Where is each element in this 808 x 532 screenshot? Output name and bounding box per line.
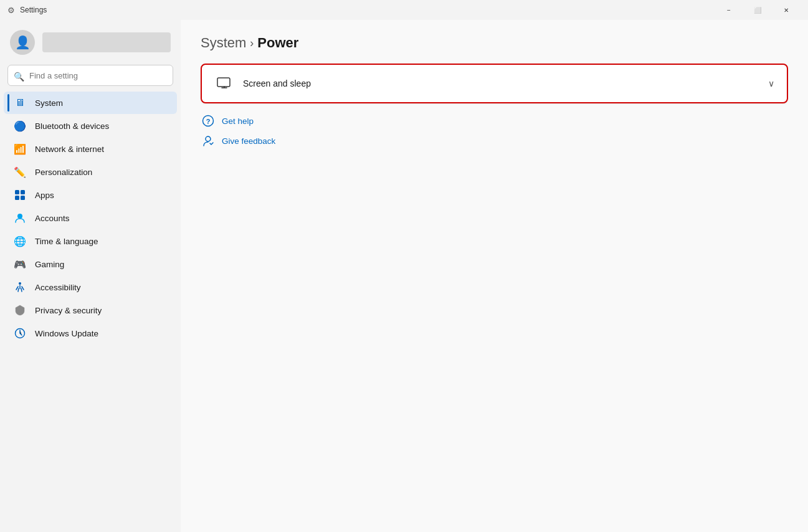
minimize-button[interactable]: − [715,0,743,20]
sidebar-item-time[interactable]: 🌐 Time & language [4,230,177,252]
update-icon [14,327,26,340]
sidebar-item-accessibility[interactable]: Accessibility [4,276,177,298]
sidebar-item-privacy[interactable]: Privacy & security [4,299,177,321]
sidebar-item-label: Apps [35,191,54,200]
personalization-icon: ✏️ [14,166,26,178]
breadcrumb-parent[interactable]: System [201,35,246,51]
sidebar-item-label: Gaming [35,260,64,269]
bluetooth-icon: 🔵 [14,120,26,132]
window-controls: − ⬜ ✕ [715,0,801,20]
breadcrumb-separator: › [250,37,254,50]
sidebar-item-label: Accounts [35,214,70,223]
svg-rect-7 [217,78,230,87]
give-feedback-icon [201,133,216,148]
get-help-label: Get help [222,116,254,126]
screen-sleep-card: Screen and sleep ∨ [201,64,788,103]
sidebar-item-system[interactable]: 🖥 System [4,92,177,114]
titlebar-title: Settings [20,6,715,14]
avatar: 👤 [10,30,35,55]
sidebar-item-label: Accessibility [35,283,81,292]
sidebar-item-accounts[interactable]: Accounts [4,207,177,229]
avatar-icon: 👤 [15,35,31,50]
svg-point-10 [206,136,211,141]
sidebar-nav: 🖥 System 🔵 Bluetooth & devices 📶 Network… [0,91,181,345]
network-icon: 📶 [14,143,26,155]
sidebar-item-label: Privacy & security [35,306,102,315]
sidebar-item-bluetooth[interactable]: 🔵 Bluetooth & devices [4,115,177,137]
svg-rect-2 [15,196,19,200]
screen-sleep-label: Screen and sleep [243,78,768,88]
time-icon: 🌐 [14,235,26,247]
give-feedback-link[interactable]: Give feedback [201,133,788,148]
search-input[interactable] [7,65,173,86]
app-container: 👤 🔍 🖥 System 🔵 Bluetooth & devices 📶 Net… [0,20,808,532]
svg-rect-3 [21,196,25,200]
svg-point-5 [19,282,21,285]
get-help-link[interactable]: ? Get help [201,113,788,128]
accessibility-icon [14,281,26,293]
sidebar-item-label: Network & internet [35,145,104,154]
settings-app-icon: ⚙ [7,6,15,15]
privacy-icon [14,304,26,316]
chevron-down-icon: ∨ [768,78,774,88]
system-icon: 🖥 [14,97,26,109]
sidebar-item-gaming[interactable]: 🎮 Gaming [4,253,177,275]
user-profile[interactable]: 👤 [0,20,181,62]
svg-point-4 [17,214,22,219]
sidebar: 👤 🔍 🖥 System 🔵 Bluetooth & devices 📶 Net… [0,20,181,532]
sidebar-item-personalization[interactable]: ✏️ Personalization [4,161,177,183]
username-box [42,32,171,52]
sidebar-item-label: Personalization [35,168,92,177]
svg-text:?: ? [206,118,211,125]
main-content: System › Power Screen and sleep ∨ [181,20,808,532]
links-section: ? Get help Give feedback [201,113,788,148]
sidebar-item-label: Windows Update [35,329,98,338]
give-feedback-label: Give feedback [222,136,275,146]
sidebar-item-network[interactable]: 📶 Network & internet [4,138,177,160]
accounts-icon [14,212,26,224]
breadcrumb-current: Power [257,35,298,51]
get-help-icon: ? [201,113,216,128]
sidebar-item-label: Time & language [35,237,98,246]
titlebar: ⚙ Settings − ⬜ ✕ [0,0,808,20]
sidebar-item-apps[interactable]: Apps [4,184,177,206]
gaming-icon: 🎮 [14,258,26,270]
search-container: 🔍 [0,62,181,91]
screen-sleep-row[interactable]: Screen and sleep ∨ [202,65,787,102]
apps-icon [14,189,26,201]
sidebar-item-label: Bluetooth & devices [35,121,109,131]
sidebar-item-update[interactable]: Windows Update [4,322,177,344]
svg-rect-0 [15,190,19,194]
close-button[interactable]: ✕ [772,0,801,20]
breadcrumb: System › Power [201,35,788,51]
sidebar-item-label: System [35,98,63,108]
screen-sleep-icon [214,74,234,93]
svg-rect-1 [21,190,25,194]
maximize-button[interactable]: ⬜ [743,0,772,20]
